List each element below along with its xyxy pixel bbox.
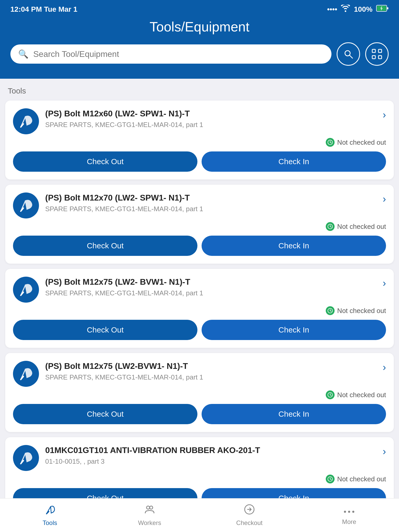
clock-icon (326, 138, 335, 147)
more-nav-label: More (342, 518, 356, 526)
nav-item-workers[interactable]: Workers (100, 504, 200, 527)
status-text: Not checked out (337, 391, 386, 399)
status-row: Not checked out (13, 390, 386, 399)
checkout-button[interactable]: Check Out (13, 151, 197, 172)
checkout-button[interactable]: Check Out (13, 404, 197, 424)
tool-avatar (13, 192, 39, 218)
checkout-button[interactable]: Check Out (13, 320, 197, 340)
checkout-button[interactable]: Check Out (13, 236, 197, 256)
tool-avatar (13, 277, 39, 303)
card-info: (PS) Bolt M12x60 (LW2- SPW1- N1)-T SPARE… (45, 108, 376, 129)
tool-avatar (13, 361, 39, 387)
tool-avatar (13, 108, 39, 134)
card-actions: Check Out Check In (13, 236, 386, 256)
bottom-nav: Tools Workers Checkout (0, 498, 399, 532)
status-badge: Not checked out (326, 306, 386, 315)
chevron-right-icon[interactable]: › (383, 108, 386, 121)
card-info: 01MKC01GT101 ANTI-VIBRATION RUBBER AKO-2… (45, 445, 376, 466)
content-area: Tools (PS) Bolt M12x60 (LW2- SPW1- N1)-T… (0, 79, 399, 532)
tool-card: (PS) Bolt M12x70 (LW2- SPW1- N1)-T SPARE… (5, 185, 394, 264)
search-button[interactable] (337, 42, 360, 66)
chevron-right-icon[interactable]: › (383, 277, 386, 289)
nav-item-checkout[interactable]: Checkout (200, 504, 299, 527)
tools-nav-label: Tools (43, 519, 57, 527)
tool-card: (PS) Bolt M12x60 (LW2- SPW1- N1)-T SPARE… (5, 101, 394, 179)
svg-line-4 (349, 55, 353, 58)
svg-point-15 (150, 506, 153, 509)
clock-icon (326, 222, 335, 231)
svg-rect-8 (378, 56, 382, 59)
card-top: (PS) Bolt M12x60 (LW2- SPW1- N1)-T SPARE… (13, 108, 386, 134)
card-actions: Check Out Check In (13, 151, 386, 172)
workers-nav-icon (144, 504, 155, 517)
tool-name: (PS) Bolt M12x70 (LW2- SPW1- N1)-T (45, 192, 376, 203)
svg-point-17 (344, 511, 346, 513)
search-row: 🔍 (10, 42, 389, 66)
clock-icon (326, 390, 335, 399)
nav-item-more[interactable]: More (299, 505, 399, 526)
status-row: Not checked out (13, 138, 386, 147)
checkout-nav-label: Checkout (236, 519, 262, 527)
svg-rect-5 (372, 49, 375, 52)
search-bar-container[interactable]: 🔍 (10, 44, 331, 64)
tool-subtitle: SPARE PARTS, KMEC-GTG1-MEL-MAR-014, part… (45, 205, 376, 213)
tool-avatar (13, 445, 39, 471)
status-right: •••• 100% (327, 5, 389, 14)
section-label: Tools (5, 87, 394, 95)
status-text: Not checked out (337, 138, 386, 147)
status-badge: Not checked out (326, 475, 386, 483)
checkin-button[interactable]: Check In (202, 320, 386, 340)
card-top: (PS) Bolt M12x70 (LW2- SPW1- N1)-T SPARE… (13, 192, 386, 218)
svg-point-19 (352, 511, 354, 513)
tool-subtitle: 01-10-0015, , part 3 (45, 457, 376, 466)
workers-nav-label: Workers (138, 519, 161, 527)
tools-nav-icon (44, 504, 55, 517)
header: Tools/Equipment 🔍 (0, 16, 399, 79)
tool-name: (PS) Bolt M12x75 (LW2- BVW1- N1)-T (45, 277, 376, 288)
card-actions: Check Out Check In (13, 404, 386, 424)
card-top: (PS) Bolt M12x75 (LW2- BVW1- N1)-T SPARE… (13, 277, 386, 303)
card-info: (PS) Bolt M12x70 (LW2- SPW1- N1)-T SPARE… (45, 192, 376, 213)
search-input[interactable] (33, 49, 324, 59)
clock-icon (326, 475, 335, 483)
more-nav-icon (344, 505, 355, 516)
status-badge: Not checked out (326, 390, 386, 399)
checkin-button[interactable]: Check In (202, 151, 386, 172)
card-info: (PS) Bolt M12x75 (LW2- BVW1- N1)-T SPARE… (45, 277, 376, 297)
chevron-right-icon[interactable]: › (383, 361, 386, 373)
status-row: Not checked out (13, 475, 386, 483)
tool-card: (PS) Bolt M12x75 (LW2-BVW1- N1)-T SPARE … (5, 353, 394, 432)
card-info: (PS) Bolt M12x75 (LW2-BVW1- N1)-T SPARE … (45, 361, 376, 381)
tool-card: (PS) Bolt M12x75 (LW2- BVW1- N1)-T SPARE… (5, 269, 394, 348)
status-badge: Not checked out (326, 222, 386, 231)
page-title: Tools/Equipment (10, 19, 389, 35)
svg-rect-6 (378, 49, 382, 52)
nav-item-tools[interactable]: Tools (0, 504, 100, 527)
scan-button[interactable] (365, 42, 389, 66)
status-bar: 12:04 PM Tue Mar 1 •••• 100% (0, 0, 399, 16)
svg-rect-7 (372, 56, 375, 59)
card-top: 01MKC01GT101 ANTI-VIBRATION RUBBER AKO-2… (13, 445, 386, 471)
tool-name: (PS) Bolt M12x75 (LW2-BVW1- N1)-T (45, 361, 376, 372)
status-badge: Not checked out (326, 138, 386, 147)
tool-subtitle: SPARE PARTS, KMEC-GTG1-MEL-MAR-014, part… (45, 121, 376, 129)
card-actions: Check Out Check In (13, 320, 386, 340)
tool-subtitle: SPARE PARTS, KMEC-GTG1-MEL-MAR-014, part… (45, 373, 376, 381)
svg-rect-2 (387, 7, 388, 9)
checkout-nav-icon (244, 504, 255, 517)
search-bar-icon: 🔍 (18, 49, 29, 59)
checkin-button[interactable]: Check In (202, 404, 386, 424)
tool-subtitle: SPARE PARTS, KMEC-GTG1-MEL-MAR-014, part… (45, 289, 376, 297)
tools-list: (PS) Bolt M12x60 (LW2- SPW1- N1)-T SPARE… (5, 101, 394, 516)
status-time: 12:04 PM Tue Mar 1 (10, 5, 77, 14)
chevron-right-icon[interactable]: › (383, 192, 386, 205)
svg-point-18 (348, 511, 350, 513)
signal-icon: •••• (327, 5, 337, 14)
checkin-button[interactable]: Check In (202, 236, 386, 256)
tool-name: (PS) Bolt M12x60 (LW2- SPW1- N1)-T (45, 108, 376, 119)
battery-label: 100% (354, 5, 373, 14)
status-text: Not checked out (337, 475, 386, 483)
wifi-icon (341, 5, 350, 14)
chevron-right-icon[interactable]: › (383, 445, 386, 457)
status-row: Not checked out (13, 222, 386, 231)
